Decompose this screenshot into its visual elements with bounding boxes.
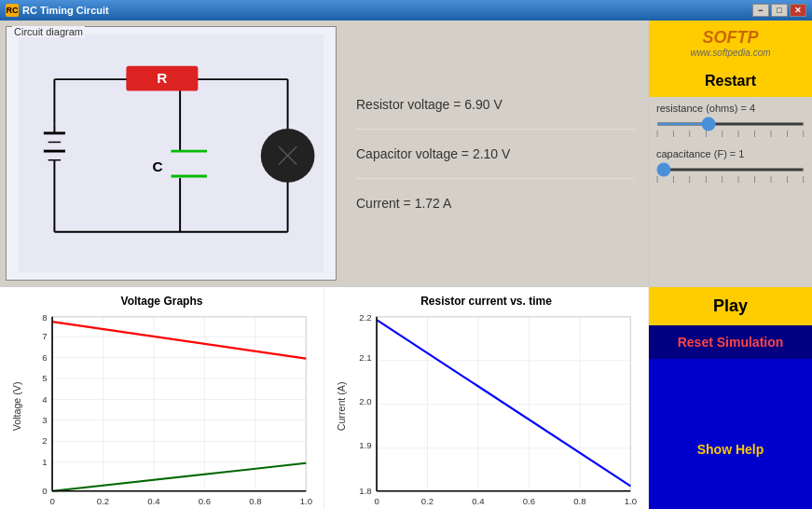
svg-text:R: R (157, 70, 167, 86)
svg-text:0.8: 0.8 (573, 496, 585, 506)
capacitance-label: capacitance (F) = 1 (656, 148, 805, 159)
svg-text:0: 0 (42, 486, 47, 496)
resistance-section: resistance (ohms) = 4 | | | | | | | | | … (649, 97, 812, 143)
svg-text:2.0: 2.0 (359, 396, 371, 406)
capacitance-section: capacitance (F) = 1 | | | | | | | | | | (649, 143, 812, 188)
window-controls: − □ ✕ (752, 4, 806, 17)
voltage-graph-title: Voltage Graphs (7, 295, 316, 308)
svg-text:0.4: 0.4 (472, 496, 485, 506)
window-title: RC Timing Circuit (22, 5, 749, 16)
svg-text:0.2: 0.2 (421, 496, 434, 506)
svg-text:1.0: 1.0 (300, 496, 312, 506)
controls-bottom: Play Reset Simulation Show Help (649, 287, 812, 509)
svg-rect-22 (52, 317, 306, 491)
svg-text:0.6: 0.6 (523, 496, 535, 506)
svg-text:4: 4 (42, 394, 48, 405)
watermark-sub: www.softpedia.com (653, 48, 808, 58)
capacitance-slider[interactable] (656, 168, 805, 172)
svg-text:1.0: 1.0 (625, 496, 637, 506)
bottom-section: Voltage Graphs (0, 286, 812, 509)
main-container: Circuit diagram (0, 21, 812, 509)
resistor-voltage-reading: Resistor voltage = 6.90 V (356, 80, 634, 130)
svg-text:0.6: 0.6 (199, 496, 211, 506)
maximize-button[interactable]: □ (771, 4, 788, 17)
reset-simulation-button[interactable]: Reset Simulation (649, 325, 812, 359)
svg-text:1.9: 1.9 (359, 440, 371, 450)
svg-text:1: 1 (42, 457, 47, 467)
svg-text:1.8: 1.8 (359, 486, 371, 496)
svg-text:8: 8 (42, 312, 47, 323)
svg-text:5: 5 (42, 373, 47, 383)
circuit-diagram-panel: Circuit diagram (6, 26, 337, 281)
current-reading: Current = 1.72 A (356, 179, 634, 227)
svg-text:0.4: 0.4 (147, 496, 160, 506)
svg-text:0.8: 0.8 (249, 496, 261, 506)
resistance-label: resistance (ohms) = 4 (656, 103, 805, 114)
svg-text:Voltage (V): Voltage (V) (11, 382, 22, 432)
app-icon: RC (6, 4, 19, 17)
voltage-graph-panel: Voltage Graphs (0, 287, 324, 509)
controls-panel: SOFTP www.softpedia.com Restart resistan… (649, 21, 812, 286)
show-help-button[interactable]: Show Help (649, 359, 812, 509)
capacitor-voltage-reading: Capacitor voltage = 2.10 V (356, 130, 634, 179)
svg-text:2: 2 (42, 436, 47, 447)
play-button[interactable]: Play (649, 287, 812, 325)
svg-text:0.2: 0.2 (97, 496, 109, 506)
svg-text:Current (A): Current (A) (336, 382, 347, 432)
svg-text:0: 0 (374, 496, 378, 506)
watermark: SOFTP www.softpedia.com (649, 21, 812, 65)
top-section: Circuit diagram (0, 21, 812, 286)
svg-text:2.1: 2.1 (359, 352, 371, 363)
close-button[interactable]: ✕ (790, 4, 806, 17)
watermark-title: SOFTP (653, 28, 808, 48)
svg-text:2.2: 2.2 (359, 312, 371, 323)
svg-text:3: 3 (42, 415, 47, 425)
titlebar: RC RC Timing Circuit − □ ✕ (0, 0, 812, 21)
svg-text:0: 0 (49, 496, 54, 506)
svg-text:6: 6 (42, 352, 47, 363)
svg-text:7: 7 (42, 331, 47, 341)
current-graph-container: 1.8 1.9 2.0 2.1 2.2 0 0.2 0.4 0.6 0.8 1.… (332, 311, 640, 509)
resistance-slider[interactable] (656, 122, 805, 126)
voltage-graph-container: 0 1 2 3 4 5 6 7 8 0 0.2 0.4 0.6 0.8 1.0 (7, 311, 316, 509)
readings-panel: Resistor voltage = 6.90 V Capacitor volt… (342, 21, 649, 286)
restart-button[interactable]: Restart (649, 65, 812, 97)
circuit-panel-label: Circuit diagram (12, 26, 85, 37)
current-graph-panel: Resistor current vs. time (324, 287, 649, 509)
minimize-button[interactable]: − (752, 4, 769, 17)
svg-text:C: C (153, 158, 163, 174)
circuit-diagram: R C (7, 27, 336, 280)
current-graph-title: Resistor current vs. time (332, 295, 640, 308)
